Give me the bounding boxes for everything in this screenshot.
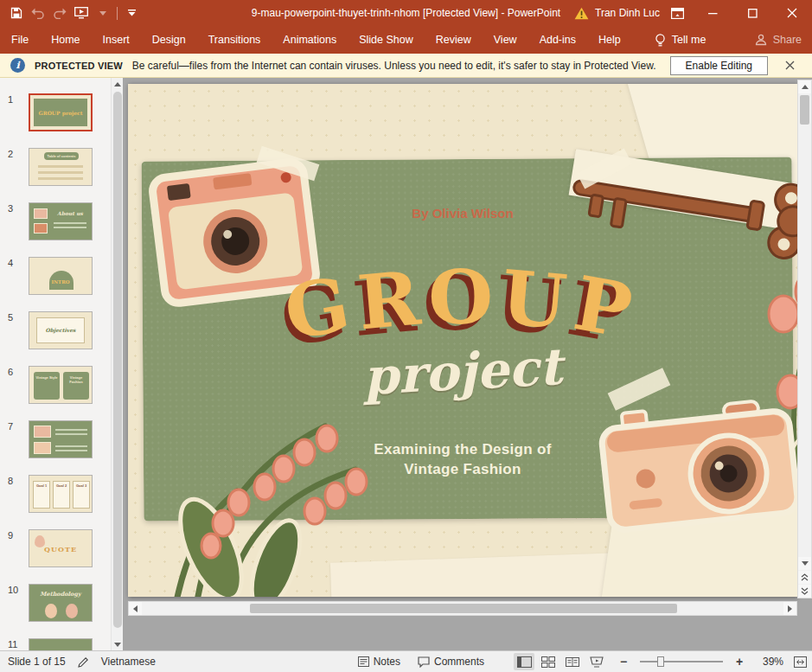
fit-slide-button[interactable] <box>794 656 807 668</box>
slide-number: 7 <box>8 421 13 432</box>
tab-animations[interactable]: Animations <box>272 26 348 54</box>
thumbnails-scrollbar[interactable] <box>111 78 123 650</box>
scroll-left-arrow-icon[interactable] <box>129 602 142 615</box>
slide-9-thumbnail[interactable]: QUOTE <box>29 529 93 567</box>
slide-item-2: 2 Table of contents <box>0 148 111 186</box>
tab-file[interactable]: File <box>0 26 40 54</box>
thumb-line <box>55 445 87 447</box>
person-icon <box>755 34 767 46</box>
thumb-title: About us <box>51 210 89 216</box>
slide-4-thumbnail[interactable]: INTRO <box>29 257 93 295</box>
thumb-line <box>38 165 83 168</box>
slide-canvas[interactable]: By Olivia Wilson GROUP project Examining… <box>128 84 797 597</box>
slide-1-thumbnail[interactable]: GROUP project <box>29 93 93 131</box>
warning-icon <box>574 7 589 20</box>
notes-label: Notes <box>374 656 400 668</box>
zoom-slider-track <box>640 661 723 662</box>
redo-icon <box>53 8 67 19</box>
normal-view-button[interactable] <box>514 653 534 670</box>
scrollbar-thumb[interactable] <box>800 95 809 125</box>
tab-transitions[interactable]: Transitions <box>197 26 272 54</box>
zoom-slider-thumb[interactable] <box>657 656 664 667</box>
horizontal-scrollbar[interactable] <box>128 601 797 616</box>
zoom-in-button[interactable]: + <box>733 655 745 669</box>
thumb-title: Vintage Fashion <box>63 375 89 384</box>
message-bar-close-button[interactable] <box>777 54 802 78</box>
slide-6-thumbnail[interactable]: Vintage Style Vintage Fashion <box>29 366 93 404</box>
thumb-photo <box>34 442 51 454</box>
slide-2-thumbnail[interactable]: Table of contents <box>29 148 93 186</box>
proofing-pen-icon[interactable] <box>78 656 89 668</box>
tab-slide-show[interactable]: Slide Show <box>348 26 425 54</box>
enable-editing-button[interactable]: Enable Editing <box>670 56 768 75</box>
slide-7-thumbnail[interactable] <box>29 420 93 458</box>
zoom-out-button[interactable]: − <box>617 655 630 669</box>
slide-10-thumbnail[interactable]: Methodology <box>29 584 93 622</box>
slide-11-thumbnail[interactable] <box>29 638 93 650</box>
thumb-line <box>38 171 83 174</box>
scroll-down-arrow-icon[interactable] <box>798 557 811 570</box>
scrollbar-thumb[interactable] <box>250 604 677 613</box>
language-indicator[interactable]: Vietnamese <box>101 656 156 668</box>
slide-number: 4 <box>8 258 13 268</box>
undo-button[interactable] <box>27 3 48 23</box>
thumb-line <box>55 450 87 451</box>
scroll-right-arrow-icon[interactable] <box>783 602 796 615</box>
close-button[interactable] <box>772 0 812 26</box>
maximize-button[interactable] <box>732 0 772 26</box>
comments-button[interactable]: Comments <box>414 654 488 669</box>
title-bar: 9-mau-powerpoint-thuyet-trinh-nhom [Prot… <box>0 0 812 26</box>
tab-design[interactable]: Design <box>141 26 197 54</box>
slide-sorter-view-button[interactable] <box>538 653 559 670</box>
comment-icon <box>418 656 430 668</box>
tab-review[interactable]: Review <box>425 26 483 54</box>
start-slideshow-button[interactable] <box>70 3 92 23</box>
qat-dropdown-button[interactable] <box>92 3 113 23</box>
slide-title[interactable]: GROUP <box>128 254 797 341</box>
next-slide-button[interactable] <box>798 585 811 598</box>
previous-slide-button[interactable] <box>798 571 811 584</box>
slide-sorter-icon <box>541 656 555 668</box>
slide-show-view-button[interactable] <box>586 653 607 670</box>
scroll-down-arrow-icon[interactable] <box>112 638 124 650</box>
slide-5-thumbnail[interactable]: Objectives <box>29 311 93 349</box>
lightbulb-icon <box>655 34 666 47</box>
tab-add-ins[interactable]: Add-ins <box>528 26 587 54</box>
slide-item-4: 4 INTRO <box>0 257 111 295</box>
slide-tagline-line2[interactable]: Vintage Fashion <box>128 461 797 478</box>
minimize-button[interactable] <box>693 0 732 26</box>
ribbon-display-options-button[interactable] <box>662 0 693 26</box>
redo-button[interactable] <box>48 3 70 23</box>
close-icon <box>785 61 795 70</box>
slide-8-thumbnail[interactable]: Goal 1 Goal 2 Goal 3 <box>29 475 93 513</box>
slide-number: 11 <box>8 639 17 650</box>
reading-view-button[interactable] <box>562 653 583 670</box>
customize-qat-button[interactable] <box>121 3 143 23</box>
window-controls <box>662 0 812 26</box>
tab-insert[interactable]: Insert <box>92 26 141 54</box>
account-area[interactable]: Tran Dinh Luc <box>574 0 660 26</box>
scrollbar-thumb[interactable] <box>113 92 122 628</box>
slide-thumbnails-panel: 1 GROUP project 2 Table of contents 3 Ab… <box>0 78 111 650</box>
comments-label: Comments <box>434 656 484 668</box>
slide-3-thumbnail[interactable]: About us <box>29 202 93 240</box>
scroll-up-arrow-icon[interactable] <box>112 78 124 90</box>
slide-item-10: 10 Methodology <box>0 584 111 622</box>
scroll-up-arrow-icon[interactable] <box>798 80 811 93</box>
zoom-percentage[interactable]: 39% <box>756 656 783 668</box>
tell-me-box[interactable]: Tell me <box>655 26 707 54</box>
slide-byline[interactable]: By Olivia Wilson <box>128 206 797 221</box>
notes-button[interactable]: Notes <box>355 654 404 669</box>
tab-view[interactable]: View <box>483 26 528 54</box>
tab-help[interactable]: Help <box>587 26 632 54</box>
vertical-scrollbar[interactable] <box>797 80 812 598</box>
tab-home[interactable]: Home <box>40 26 91 54</box>
zoom-slider[interactable] <box>640 655 723 669</box>
thumb-line <box>38 177 83 180</box>
save-button[interactable] <box>5 3 27 23</box>
thumb-title: INTRO <box>29 279 92 285</box>
minimize-icon <box>708 9 718 18</box>
share-button[interactable]: Share <box>755 26 802 54</box>
slide-editor-area: By Olivia Wilson GROUP project Examining… <box>125 78 812 650</box>
slide-tagline-line1[interactable]: Examining the Design of <box>128 441 797 458</box>
